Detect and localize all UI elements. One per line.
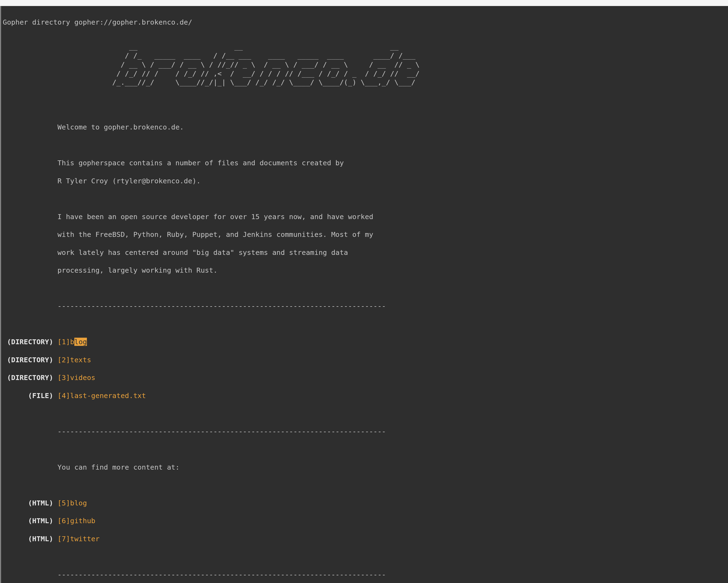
list-item[interactable]: (DIRECTORY) [3]videos [3,373,728,382]
entry-label: last-generated.txt [70,392,146,400]
list-item[interactable]: (FILE) [4]last-generated.txt [3,391,728,400]
bio-line: work lately has centered around "big dat… [57,248,348,257]
entry-type: (FILE) [3,391,53,400]
entry-prefix: b [70,338,74,346]
welcome-text: Welcome to gopher.brokenco.de. [57,123,184,131]
bio-line: with the FreeBSD, Python, Ruby, Puppet, … [57,230,373,238]
list-item[interactable]: (HTML) [7]twitter [3,534,728,544]
page-title: Gopher directory gopher://gopher.brokenc… [0,15,728,27]
entry-label: videos [70,373,95,382]
entry-type: (HTML) [3,516,53,525]
bio-line: I have been an open source developer for… [57,213,373,221]
entry-type: (DIRECTORY) [3,337,53,346]
content-body: Welcome to gopher.brokenco.de. This goph… [0,96,728,583]
entry-label: texts [70,356,91,364]
list-item[interactable]: (HTML) [5]blog [3,499,728,508]
entry-index: [1] [57,338,70,346]
window-left-strip [0,6,1,583]
list-item[interactable]: (HTML) [6]github [3,516,728,525]
divider: ----------------------------------------… [57,427,386,435]
entry-index: [7] [57,535,70,543]
gopher-page: Gopher directory gopher://gopher.brokenc… [0,6,728,583]
intro-line: R Tyler Croy (rtyler@brokenco.de). [57,177,201,185]
ascii-art-banner: __ __ __ / /_ _____ ____ / /__ ___ ____ … [0,35,728,87]
intro-line: This gopherspace contains a number of fi… [57,159,344,167]
entry-type: (DIRECTORY) [3,355,53,365]
entry-type: (HTML) [3,534,53,544]
more-content-text: You can find more content at: [57,463,180,471]
entry-label: twitter [70,535,100,543]
entry-index: [3] [57,373,70,382]
list-item[interactable]: (DIRECTORY) [1]blog [3,337,728,346]
entry-type: (HTML) [3,499,53,508]
bio-line: processing, largely working with Rust. [57,266,217,274]
entry-type: (DIRECTORY) [3,373,53,382]
list-item[interactable]: (DIRECTORY) [2]texts [3,355,728,365]
entry-label: blog [70,499,87,507]
window-top-strip [0,0,728,6]
entry-index: [5] [57,499,70,507]
divider: ----------------------------------------… [57,302,386,310]
entry-index: [6] [57,516,70,525]
divider: ----------------------------------------… [57,571,386,579]
entry-label: github [70,516,95,525]
entry-index: [4] [57,392,70,400]
entry-index: [2] [57,356,70,364]
entry-selected: log [74,338,87,346]
